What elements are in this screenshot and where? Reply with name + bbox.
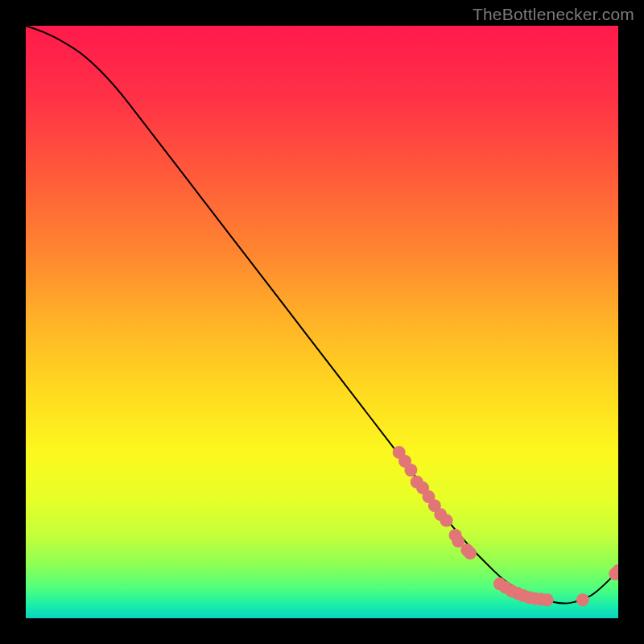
chart-plot-area [26,26,618,618]
watermark-text: TheBottlenecker.com [473,5,634,24]
data-point [576,593,589,606]
data-point [404,464,417,477]
data-point [440,514,453,527]
data-point [464,547,477,559]
gradient-background [26,26,618,618]
chart-svg [26,26,618,618]
data-point [541,593,554,606]
